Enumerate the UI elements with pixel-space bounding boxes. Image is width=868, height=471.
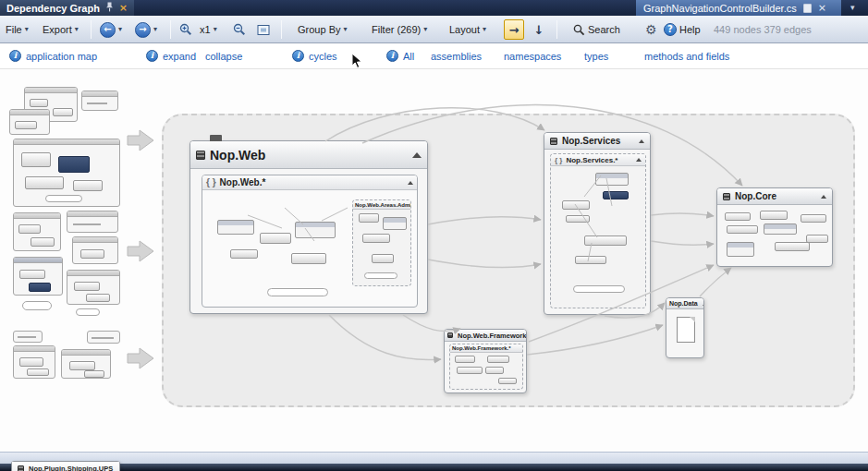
- thumbnail-group[interactable]: [13, 331, 43, 343]
- document-shape-icon[interactable]: [677, 317, 695, 343]
- graph-node[interactable]: [217, 220, 254, 235]
- graph-node[interactable]: [18, 224, 41, 234]
- link-expand[interactable]: expand: [163, 51, 196, 62]
- thumbnail-group[interactable]: [67, 211, 118, 233]
- graph-node[interactable]: [566, 215, 590, 223]
- thumbnail-group[interactable]: [13, 139, 120, 207]
- thumbnail-group[interactable]: [13, 257, 63, 296]
- group-nop-web-areas-admin[interactable]: Nop.Web.Areas.Admin.*: [352, 199, 411, 286]
- graph-node[interactable]: [15, 121, 37, 129]
- group-nop-web-framework[interactable]: Nop.Web.Framework Nop.Web.Framework.*: [444, 329, 527, 393]
- link-namespaces[interactable]: namespaces: [504, 51, 561, 62]
- forward-button[interactable]: → ▾: [135, 16, 157, 43]
- close-icon[interactable]: ×: [119, 3, 128, 13]
- group-nop-web-namespaces[interactable]: { } Nop.Web.* Nop.Web.Areas.Admin.*: [202, 175, 418, 308]
- collapse-icon[interactable]: [639, 139, 644, 143]
- link-collapse[interactable]: collapse: [205, 51, 242, 62]
- graph-node[interactable]: [498, 378, 517, 384]
- group-nop-services[interactable]: Nop.Services { } Nop.Services.*: [544, 132, 651, 315]
- link-application-map[interactable]: application map: [26, 51, 97, 62]
- graph-node[interactable]: [27, 368, 49, 376]
- graph-node[interactable]: [84, 370, 104, 378]
- group-header[interactable]: Nop.Web.Framework: [445, 330, 526, 342]
- graph-node[interactable]: [76, 308, 100, 316]
- group-header[interactable]: Nop.Plugin.Shipping.UPS: [12, 462, 119, 471]
- graph-node[interactable]: [603, 191, 629, 199]
- link-cycles[interactable]: cycles: [309, 51, 337, 62]
- thumbnail-group[interactable]: [87, 331, 120, 344]
- pin-icon[interactable]: [105, 2, 114, 14]
- graph-node[interactable]: [73, 180, 103, 191]
- graph-node[interactable]: [455, 356, 475, 363]
- graph-node[interactable]: [291, 253, 326, 264]
- graph-node[interactable]: [457, 367, 483, 374]
- graph-node[interactable]: [25, 176, 64, 189]
- group-nop-web[interactable]: Nop.Web { } Nop.Web.*: [189, 140, 428, 314]
- back-button[interactable]: ← ▾: [100, 16, 122, 43]
- help-button[interactable]: ? Help: [664, 16, 701, 43]
- group-nop-services-namespaces[interactable]: { } Nop.Services.*: [550, 153, 646, 308]
- graph-node[interactable]: [562, 200, 590, 210]
- collapse-icon[interactable]: [636, 158, 642, 162]
- group-header[interactable]: { } Nop.Services.*: [551, 154, 645, 166]
- zoom-in-button[interactable]: [179, 16, 192, 43]
- export-menu[interactable]: Export ▾: [43, 16, 79, 43]
- graph-node[interactable]: [69, 361, 95, 370]
- tab-dependency-graph[interactable]: Dependency Graph ×: [0, 0, 134, 16]
- graph-node[interactable]: [725, 212, 751, 221]
- graph-node[interactable]: [45, 195, 82, 202]
- graph-node[interactable]: [22, 301, 52, 310]
- graph-node[interactable]: [806, 235, 828, 243]
- group-header[interactable]: { } Nop.Web.*: [202, 175, 417, 190]
- group-header[interactable]: Nop.Web: [190, 141, 427, 169]
- zoom-fit-button[interactable]: [257, 16, 270, 43]
- collapse-icon[interactable]: [703, 302, 704, 306]
- group-by-dropdown[interactable]: Group By ▾: [298, 16, 347, 43]
- group-header[interactable]: Nop.Web.Framework.*: [450, 344, 522, 353]
- group-header[interactable]: Nop.Web.Areas.Admin.*: [353, 200, 410, 210]
- graph-node[interactable]: [21, 152, 51, 167]
- file-menu[interactable]: File ▾: [6, 16, 29, 43]
- link-all[interactable]: All: [403, 51, 414, 62]
- link-assemblies[interactable]: assemblies: [431, 51, 482, 62]
- search-button[interactable]: Search: [573, 16, 620, 43]
- thumbnail-group[interactable]: [13, 212, 61, 251]
- graph-node[interactable]: [74, 282, 100, 291]
- chevron-down-icon[interactable]: ▾: [850, 3, 855, 12]
- thumbnail-group[interactable]: [81, 91, 118, 111]
- link-methods-and-fields[interactable]: methods and fields: [644, 51, 729, 62]
- thumbnail-group[interactable]: [13, 345, 55, 379]
- group-header[interactable]: Nop.Data: [666, 298, 703, 309]
- close-icon[interactable]: ×: [818, 3, 826, 13]
- graph-node[interactable]: [485, 367, 504, 374]
- graph-node[interactable]: [364, 272, 397, 279]
- link-types[interactable]: types: [584, 51, 608, 62]
- group-nop-data[interactable]: Nop.Data: [666, 297, 704, 358]
- graph-node[interactable]: [53, 108, 73, 116]
- graph-node[interactable]: [58, 156, 90, 173]
- group-header[interactable]: Nop.Core: [717, 188, 832, 205]
- graph-node[interactable]: [31, 237, 55, 247]
- zoom-out-button[interactable]: [233, 16, 246, 43]
- thumbnail-group[interactable]: [72, 236, 118, 264]
- graph-node[interactable]: [362, 234, 390, 243]
- graph-node[interactable]: [19, 270, 45, 279]
- graph-node[interactable]: [267, 288, 328, 296]
- thumbnail-group[interactable]: [61, 349, 111, 379]
- thumbnail-group[interactable]: [67, 270, 120, 305]
- layout-left-to-right-button[interactable]: →: [504, 19, 524, 40]
- graph-node[interactable]: [487, 356, 509, 363]
- graph-node[interactable]: [801, 214, 826, 223]
- chevron-down-icon[interactable]: ▾: [153, 26, 157, 33]
- graph-node[interactable]: [595, 173, 629, 186]
- tab-file[interactable]: GraphNavigationControlBuilder.cs ×: [636, 0, 841, 16]
- thumbnail-group[interactable]: [9, 109, 50, 135]
- graph-node[interactable]: [230, 249, 258, 259]
- group-header[interactable]: Nop.Services: [544, 133, 650, 150]
- graph-node[interactable]: [295, 222, 336, 238]
- graph-node[interactable]: [383, 217, 407, 230]
- chevron-down-icon[interactable]: ▾: [118, 26, 122, 33]
- graph-node[interactable]: [260, 233, 291, 244]
- graph-node[interactable]: [19, 357, 43, 367]
- group-nop-plugin-shipping-ups[interactable]: Nop.Plugin.Shipping.UPS UPSRate ▾ UPSTra…: [11, 461, 120, 471]
